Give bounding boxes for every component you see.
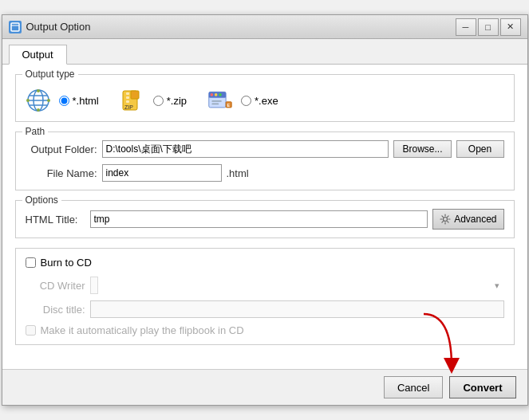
svg-rect-12: [131, 91, 139, 99]
svg-point-8: [37, 108, 40, 112]
maximize-button[interactable]: □: [478, 18, 499, 36]
svg-rect-0: [11, 23, 19, 31]
path-title: Path: [22, 126, 49, 137]
html-title-row: HTML Title: Advanced: [26, 209, 504, 230]
output-type-options: *.html ZIP *.zip: [26, 88, 504, 113]
cancel-button[interactable]: Cancel: [384, 376, 443, 398]
svg-point-7: [37, 89, 40, 92]
cd-writer-select[interactable]: [90, 277, 98, 294]
window-title: Output Option: [26, 21, 456, 33]
svg-rect-24: [211, 104, 219, 105]
svg-point-22: [219, 93, 222, 96]
svg-point-21: [215, 93, 218, 96]
footer: Cancel Convert: [2, 369, 527, 405]
exe-radio-group: *.exe: [241, 95, 278, 107]
auto-play-checkbox[interactable]: [26, 325, 36, 336]
zip-radio[interactable]: [153, 96, 164, 106]
html-radio[interactable]: [59, 96, 69, 106]
svg-rect-15: [126, 100, 129, 103]
window-controls: ─ □ ✕: [456, 18, 521, 36]
svg-rect-14: [126, 96, 129, 99]
html-label[interactable]: *.html: [73, 95, 99, 107]
file-name-label: File Name:: [26, 167, 97, 179]
burn-to-cd-label[interactable]: Burn to CD: [41, 257, 92, 269]
browse-button[interactable]: Browse...: [393, 140, 451, 158]
exe-label[interactable]: *.exe: [255, 95, 278, 107]
html-icon: [26, 88, 51, 113]
zip-radio-group: *.zip: [153, 95, 187, 107]
tab-output[interactable]: Output: [9, 45, 67, 65]
html-title-label: HTML Title:: [26, 214, 85, 226]
auto-play-label[interactable]: Make it automatically play the flipbook …: [41, 324, 244, 336]
cd-writer-row: CD Writer: [26, 277, 504, 294]
zip-label[interactable]: *.zip: [167, 95, 187, 107]
svg-point-27: [444, 218, 448, 222]
output-folder-input[interactable]: [102, 140, 389, 158]
svg-text:ZIP: ZIP: [124, 104, 133, 110]
svg-rect-23: [211, 100, 221, 102]
disc-title-label: Disc title:: [26, 304, 85, 316]
options-section: Options HTML Title: Advanced: [15, 200, 515, 238]
cd-writer-label: CD Writer: [26, 280, 85, 292]
exe-radio[interactable]: [241, 96, 251, 106]
svg-text:E: E: [227, 103, 230, 108]
file-name-input[interactable]: [102, 164, 222, 182]
output-type-title: Output type: [22, 69, 78, 80]
html-title-input[interactable]: [90, 210, 428, 228]
title-bar: Output Option ─ □ ✕: [2, 15, 527, 39]
filename-row: File Name: .html: [26, 164, 504, 182]
convert-button[interactable]: Convert: [449, 376, 515, 398]
output-folder-label: Output Folder:: [26, 143, 97, 155]
burn-to-cd-checkbox[interactable]: [26, 257, 36, 268]
exe-icon: E: [207, 89, 233, 112]
svg-point-9: [26, 99, 30, 102]
window-icon: [9, 21, 22, 33]
zip-icon: ZIP: [120, 89, 145, 112]
close-button[interactable]: ✕: [500, 18, 521, 36]
arrow-indicator: [416, 310, 460, 374]
open-button[interactable]: Open: [456, 140, 504, 158]
cd-header: Burn to CD: [26, 257, 504, 269]
svg-rect-13: [126, 92, 129, 95]
svg-rect-19: [209, 96, 226, 98]
main-window: Output Option ─ □ ✕ Output Output type: [2, 14, 528, 406]
options-title: Options: [22, 194, 61, 206]
minimize-button[interactable]: ─: [456, 18, 476, 36]
cd-writer-select-wrapper: [90, 277, 504, 294]
gear-icon: [440, 214, 451, 225]
html-radio-group: *.html: [59, 95, 99, 107]
svg-point-10: [47, 99, 50, 102]
path-section: Path Output Folder: Browse... Open File …: [15, 131, 515, 190]
tab-bar: Output: [2, 39, 527, 65]
advanced-button[interactable]: Advanced: [432, 209, 503, 230]
svg-point-20: [211, 93, 214, 96]
file-extension: .html: [227, 167, 249, 179]
output-type-section: Output type *.html: [15, 74, 515, 122]
output-folder-row: Output Folder: Browse... Open: [26, 140, 504, 158]
